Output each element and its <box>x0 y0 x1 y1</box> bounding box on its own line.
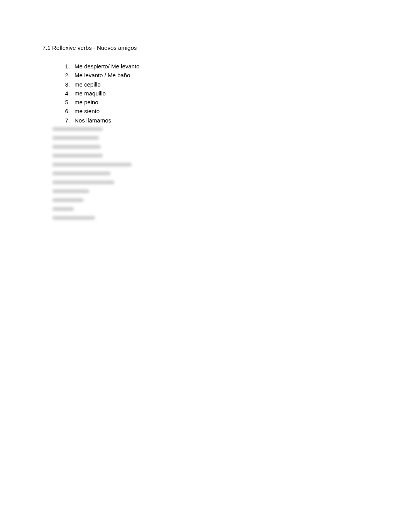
blurred-text <box>53 207 74 211</box>
list-number: 2. <box>64 71 75 80</box>
blurred-line <box>53 134 368 141</box>
blurred-line <box>53 188 368 195</box>
blurred-line <box>53 214 368 221</box>
blurred-text <box>53 136 99 140</box>
document-page: 7.1 Reflexive verbs - Nuevos amigos 1. M… <box>0 0 410 221</box>
list-text: Nos llamamos <box>75 116 368 125</box>
blurred-line <box>53 197 368 204</box>
blurred-line <box>53 152 368 159</box>
list-text: me peino <box>75 98 368 107</box>
blurred-text <box>53 189 89 193</box>
list-number: 7. <box>64 116 75 125</box>
list-item: 1. Me despierto/ Me levanto <box>64 62 368 71</box>
blurred-line <box>53 170 368 177</box>
blurred-text <box>53 180 114 184</box>
blurred-text <box>53 127 103 131</box>
list-number: 3. <box>64 80 75 89</box>
list-item: 5. me peino <box>64 98 368 107</box>
list-number: 1. <box>64 62 75 71</box>
list-item: 7. Nos llamamos <box>64 116 368 125</box>
ordered-list: 1. Me despierto/ Me levanto 2. Me levant… <box>42 62 368 125</box>
list-item: 2. Me levanto / Me baño <box>64 71 368 80</box>
list-item: 6. me siento <box>64 107 368 116</box>
blurred-line <box>53 143 368 150</box>
blurred-line <box>53 126 368 133</box>
list-number: 6. <box>64 107 75 116</box>
blurred-line <box>53 161 368 168</box>
list-number: 4. <box>64 89 75 98</box>
list-item: 3. me cepillo <box>64 80 368 89</box>
list-number: 5. <box>64 98 75 107</box>
blurred-text <box>53 145 101 149</box>
blurred-text <box>53 154 103 158</box>
list-text: Me levanto / Me baño <box>75 71 368 80</box>
list-text: me maquillo <box>75 89 368 98</box>
list-text: me siento <box>75 107 368 116</box>
blurred-line <box>53 206 368 212</box>
blurred-line <box>53 179 368 186</box>
blurred-text <box>53 216 95 220</box>
blurred-content <box>42 126 368 221</box>
list-text: me cepillo <box>75 80 368 89</box>
blurred-text <box>53 172 110 175</box>
list-item: 4. me maquillo <box>64 89 368 98</box>
blurred-text <box>53 163 132 167</box>
list-text: Me despierto/ Me levanto <box>75 62 368 71</box>
blurred-text <box>53 198 83 202</box>
page-title: 7.1 Reflexive verbs - Nuevos amigos <box>42 44 368 51</box>
